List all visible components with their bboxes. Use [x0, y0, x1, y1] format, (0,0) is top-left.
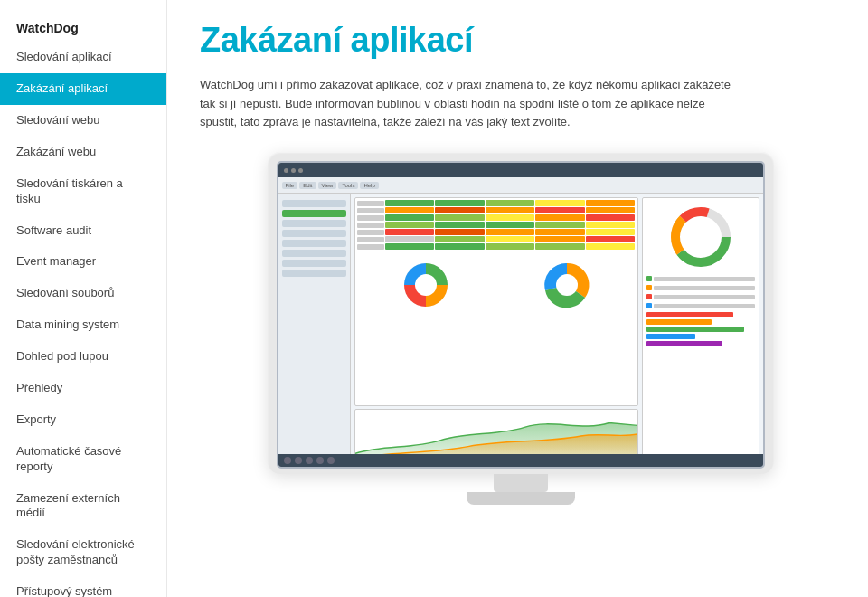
- sidebar-item-zakazani-aplikaci[interactable]: Zakázání aplikací: [0, 73, 166, 105]
- monitor-stand-neck: [494, 474, 548, 492]
- sidebar-item-event-manager[interactable]: Event manager: [0, 246, 166, 278]
- sidebar-item-exporty[interactable]: Exporty: [0, 404, 166, 436]
- screen-body: [278, 194, 763, 467]
- sidebar-item-watchdog[interactable]: WatchDog: [0, 11, 166, 42]
- chart-area: [354, 197, 760, 463]
- heatmap-cell-6-4: [535, 236, 585, 242]
- toolbar-btn-3: View: [318, 182, 337, 189]
- mini-bar-4: [646, 334, 695, 339]
- sidebar-item-software-audit[interactable]: Software audit: [0, 215, 166, 247]
- heatmap-cell-1-5: [586, 200, 636, 206]
- sidebar-item-sledovani-webu[interactable]: Sledování webu: [0, 105, 166, 137]
- heatmap-cell-3-2: [435, 214, 485, 221]
- chart-right: [642, 197, 760, 463]
- taskbar-icon-5: [327, 457, 335, 464]
- sidebar-item-sledovani-souboru[interactable]: Sledování souborů: [0, 278, 166, 309]
- screen-topbar: [278, 163, 763, 177]
- mini-bar-2: [646, 319, 712, 325]
- heatmap-cell-6-5: [586, 236, 636, 242]
- heatmap-cell-5-2: [435, 229, 485, 235]
- legend-dot-4: [646, 303, 652, 308]
- heatmap-row-3: [357, 214, 636, 221]
- topbar-dot-2: [291, 168, 296, 173]
- legend-item-1: [646, 276, 755, 281]
- sidebar-item-pristupovy-system[interactable]: Přístupový systém: [0, 576, 166, 597]
- app-sidebar-item-8: [282, 270, 346, 277]
- app-sidebar-item-3: [282, 220, 346, 227]
- app-sidebar: [278, 194, 351, 467]
- heatmap-cell-5-3: [486, 229, 535, 235]
- sidebar-item-prehledy[interactable]: Přehledy: [0, 373, 166, 404]
- heatmap-label-4: [357, 223, 384, 228]
- heatmap-cell-6-3: [486, 236, 535, 242]
- heatmap-row-2: [357, 207, 636, 213]
- toolbar-btn-2: Edit: [299, 182, 316, 189]
- heatmap-cell-2-2: [435, 207, 485, 213]
- heatmap-cell-4-1: [385, 222, 435, 228]
- heatmap-cell-2-3: [486, 207, 535, 213]
- heatmap-cell-1-1: [385, 200, 435, 206]
- screen-bottom-bar: [278, 454, 763, 467]
- heatmap-cell-4-3: [486, 222, 535, 228]
- heatmap-label-7: [357, 244, 384, 250]
- taskbar-icon-2: [295, 457, 302, 464]
- app-main: [351, 194, 763, 467]
- right-panel: [642, 197, 760, 463]
- app-sidebar-item-1: [282, 200, 346, 207]
- heatmap-cell-6-1: [385, 236, 435, 242]
- page-title: Zakázaní aplikací: [200, 22, 841, 60]
- legend-text-2: [654, 286, 755, 290]
- heatmap-cell-5-5: [586, 229, 636, 235]
- mini-bar-1: [646, 312, 733, 317]
- heatmap-cell-2-1: [385, 207, 435, 213]
- app-sidebar-item-5: [282, 240, 346, 247]
- legend-text-3: [654, 295, 755, 299]
- monitor-stand-base: [467, 492, 575, 505]
- sidebar-item-zakazani-webu[interactable]: Zakázání webu: [0, 137, 166, 168]
- heatmap-cell-5-1: [385, 229, 435, 235]
- screen-content: File Edit View Tools Help: [278, 163, 763, 467]
- legend-item-2: [646, 285, 755, 290]
- heatmap-row-4: [357, 222, 636, 228]
- pie-chart-1: [399, 258, 453, 312]
- heatmap-cell-7-1: [385, 243, 435, 250]
- toolbar-btn-4: Tools: [338, 182, 358, 189]
- app-sidebar-item-2: [282, 210, 346, 217]
- sidebar-item-dohled-pod-lupou[interactable]: Dohled pod lupou: [0, 341, 166, 373]
- heatmap-cell-5-4: [535, 229, 585, 235]
- donut-chart: [669, 205, 732, 269]
- heatmap-row-6: [357, 236, 636, 242]
- heatmap-label-5: [357, 230, 384, 235]
- heatmap-cell-2-4: [535, 207, 585, 213]
- sidebar-item-sledovani-elektronicke-posty[interactable]: Sledování elektronické pošty zaměstnanců: [0, 529, 166, 576]
- sidebar: (function() { const data = JSON.parse(do…: [0, 0, 167, 597]
- taskbar-icon-1: [284, 457, 291, 464]
- app-sidebar-item-7: [282, 260, 346, 267]
- mini-bar-3: [646, 327, 744, 332]
- sidebar-item-sledovani-aplikaci[interactable]: Sledování aplikací: [0, 42, 166, 73]
- app-sidebar-item-4: [282, 230, 346, 237]
- mini-bar-5: [646, 341, 722, 346]
- heatmap-cell-4-2: [435, 222, 485, 228]
- legend-item-3: [646, 294, 755, 299]
- sidebar-item-data-mining-system[interactable]: Data mining system: [0, 309, 166, 341]
- sidebar-item-sledovani-tiskarenatisku[interactable]: Sledování tiskáren a tisku: [0, 168, 166, 215]
- heatmap-cell-7-3: [486, 243, 535, 250]
- app-sidebar-item-6: [282, 250, 346, 257]
- heatmap-row-5: [357, 229, 636, 235]
- heatmap-cell-3-4: [535, 214, 585, 221]
- sidebar-item-automaticke-casove-reporty[interactable]: Automatické časové reporty: [0, 436, 166, 483]
- heatmap-cell-3-5: [586, 214, 636, 221]
- heatmap-cell-3-3: [486, 214, 535, 221]
- heatmap-label-1: [357, 201, 384, 206]
- sidebar-item-zamezeni-externich-medii[interactable]: Zamezení externích médií: [0, 483, 166, 530]
- heatmap-cell-2-5: [586, 207, 636, 213]
- svg-point-1: [415, 274, 437, 296]
- mini-bars: [646, 312, 755, 348]
- toolbar-btn-1: File: [282, 182, 298, 189]
- page-description: WatchDog umí i přímo zakazovat aplikace,…: [200, 76, 733, 132]
- svg-point-8: [684, 221, 717, 253]
- legend-dot-3: [646, 294, 652, 299]
- heatmap-label-2: [357, 208, 384, 213]
- heatmap-label-6: [357, 237, 384, 242]
